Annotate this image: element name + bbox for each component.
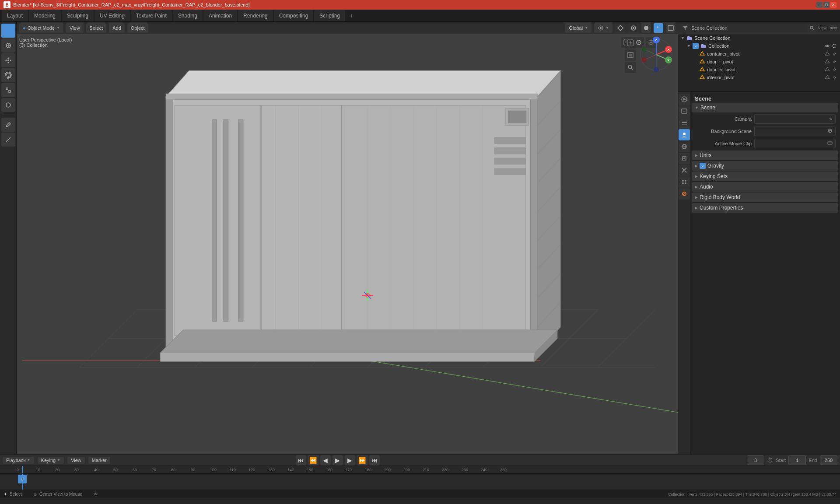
units-section-header[interactable]: ▶ Units (692, 150, 838, 160)
marker-menu-btn[interactable]: Marker (88, 457, 110, 464)
tab-rendering[interactable]: Rendering (238, 10, 273, 21)
background-scene-icon[interactable] (827, 128, 833, 134)
timeline-view-btn[interactable]: View (67, 457, 85, 464)
door-l-vis-icon[interactable] (824, 59, 830, 65)
render-material-btn[interactable] (654, 23, 663, 33)
door-r-render-icon[interactable] (831, 66, 837, 73)
tab-layout[interactable]: Layout (2, 10, 28, 21)
play-btn[interactable]: ▶ (332, 455, 343, 466)
custom-properties-header[interactable]: ▶ Custom Properties (692, 203, 838, 213)
prop-modifiers-icon[interactable] (679, 164, 690, 176)
search-btn[interactable] (625, 62, 636, 73)
keying-menu-btn[interactable]: Keying ▼ (38, 457, 64, 464)
outliner-container-pivot[interactable]: container_pivot (678, 50, 840, 58)
close-button[interactable]: ✕ (830, 2, 836, 8)
jump-prev-keyframe-btn[interactable]: ⏪ (308, 455, 318, 466)
frame-all-btn[interactable] (625, 49, 636, 61)
playback-menu-btn[interactable]: Playback ▼ (3, 457, 34, 464)
tab-compositing[interactable]: Compositing (274, 10, 314, 21)
tab-shading[interactable]: Shading (173, 10, 203, 21)
outliner-search-btn[interactable] (808, 24, 816, 32)
tool-rotate[interactable] (1, 68, 15, 82)
tool-cursor[interactable] (1, 38, 15, 52)
camera-edit-icon[interactable]: ✎ (829, 117, 833, 122)
container-pivot-render-icon[interactable] (831, 51, 837, 57)
tab-modeling[interactable]: Modeling (29, 10, 61, 21)
camera-value[interactable]: ✎ (754, 114, 836, 124)
add-workspace-button[interactable]: + (346, 11, 357, 20)
viewport-3d[interactable]: ● Object Mode ▼ View Select Add Object G… (17, 22, 678, 454)
time-mode-icon[interactable]: ⏱ (767, 457, 773, 464)
tool-annotate[interactable] (1, 118, 15, 132)
prop-particles-icon[interactable] (679, 176, 690, 188)
outliner-interior-pivot[interactable]: interior_pivot (678, 74, 840, 81)
object-menu-btn[interactable]: Object (127, 23, 148, 33)
current-frame-marker[interactable]: 3 (18, 475, 27, 483)
tool-scale[interactable] (1, 83, 15, 97)
prev-frame-btn[interactable]: ◀ (320, 455, 331, 466)
end-frame-input[interactable]: 250 (820, 455, 837, 465)
outliner-filter-btn[interactable] (681, 24, 690, 32)
keying-sets-header[interactable]: ▶ Keying Sets (692, 172, 838, 181)
transform-global-dropdown[interactable]: Global ▼ (565, 23, 592, 33)
select-menu-btn[interactable]: Select (86, 23, 107, 33)
tool-move[interactable] (1, 53, 15, 67)
prop-object-icon[interactable] (679, 153, 690, 164)
container-pivot-vis-icon[interactable] (824, 51, 830, 57)
prop-output-icon[interactable] (679, 105, 690, 117)
door-l-render-icon[interactable] (831, 59, 837, 65)
window-controls[interactable]: ─ □ ✕ (816, 2, 836, 8)
collection-visibility-checkbox[interactable]: ✓ (693, 43, 699, 49)
background-scene-value[interactable] (754, 126, 836, 136)
prop-render-icon[interactable] (679, 94, 690, 105)
jump-end-btn[interactable]: ⏭ (369, 455, 380, 466)
rigid-body-world-header[interactable]: ▶ Rigid Body World (692, 192, 838, 202)
gravity-section-header[interactable]: ▶ ✓ Gravity (692, 161, 838, 171)
outliner-collection[interactable]: ▼ ✓ Collection (678, 42, 840, 50)
viewport-navigation-gizmo[interactable]: X Y Z (639, 37, 674, 72)
tool-transform[interactable] (1, 98, 15, 112)
jump-start-btn[interactable]: ⏮ (296, 455, 306, 466)
maximize-button[interactable]: □ (823, 2, 830, 8)
tab-texture-paint[interactable]: Texture Paint (131, 10, 172, 21)
timeline-ruler[interactable]: 0 10 20 30 40 50 60 70 80 90 100 110 120… (0, 466, 840, 474)
minimize-button[interactable]: ─ (816, 2, 822, 8)
door-r-vis-icon[interactable] (824, 66, 830, 73)
timeline-scrubber[interactable]: 3 (0, 474, 840, 490)
snap-toggle[interactable] (615, 23, 626, 33)
scene-section-header[interactable]: ▼ Scene (692, 103, 838, 112)
tab-scripting[interactable]: Scripting (314, 10, 345, 21)
active-clip-icon[interactable] (827, 140, 833, 147)
interior-vis-icon[interactable] (824, 74, 830, 80)
tool-select[interactable] (1, 24, 15, 38)
vis-render-icon[interactable] (831, 43, 837, 49)
tab-animation[interactable]: Animation (203, 10, 237, 21)
add-menu-btn[interactable]: Add (109, 23, 125, 33)
prop-physics-icon[interactable] (679, 188, 690, 200)
gravity-checkbox[interactable]: ✓ (700, 163, 706, 169)
active-movie-clip-value[interactable] (754, 139, 836, 148)
render-solid-btn[interactable] (641, 23, 651, 33)
tab-uv-editing[interactable]: UV Editing (94, 10, 130, 21)
render-rendered-btn[interactable] (666, 23, 676, 33)
outliner-scene-collection[interactable]: ▼ Scene Collection (678, 34, 840, 42)
outliner-door-l-pivot[interactable]: door_l_pivot (678, 58, 840, 66)
prop-view-layer-icon[interactable] (679, 117, 690, 129)
jump-next-keyframe-btn[interactable]: ⏩ (357, 455, 368, 466)
audio-section-header[interactable]: ▶ Audio (692, 182, 838, 192)
current-frame-input[interactable]: 3 (747, 455, 764, 465)
view-menu-btn[interactable]: View (66, 23, 84, 33)
tab-sculpting[interactable]: Sculpting (62, 10, 94, 21)
next-frame-btn[interactable]: ▶ (345, 455, 355, 466)
start-frame-input[interactable]: 1 (788, 455, 806, 465)
proportional-edit[interactable] (628, 23, 639, 33)
object-mode-dropdown[interactable]: ● Object Mode ▼ (19, 23, 63, 33)
interior-render-icon[interactable] (831, 74, 837, 80)
tool-measure[interactable] (1, 133, 15, 147)
vis-eye-icon[interactable] (824, 43, 830, 49)
prop-scene-icon[interactable] (679, 129, 690, 140)
zoom-camera-btn[interactable] (625, 37, 636, 49)
pivot-dropdown[interactable]: ▼ (594, 23, 612, 33)
outliner-door-r-pivot[interactable]: door_R_pivot (678, 66, 840, 74)
prop-world-icon[interactable] (679, 141, 690, 152)
